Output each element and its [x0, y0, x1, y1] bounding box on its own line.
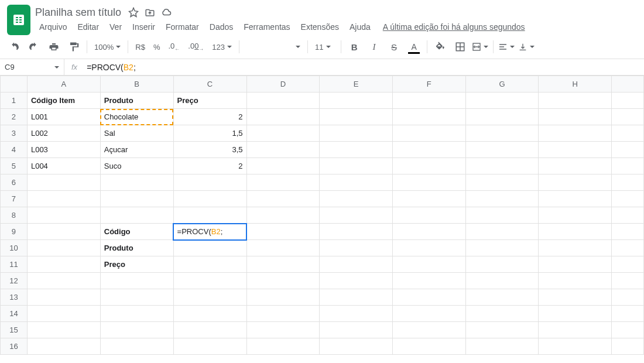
decrease-decimal-button[interactable]: .0← — [166, 42, 182, 52]
cell-D3[interactable] — [246, 125, 320, 142]
cell-I8[interactable] — [612, 207, 644, 224]
cell-F14[interactable] — [392, 306, 465, 322]
move-icon[interactable] — [145, 7, 155, 18]
cell-E16[interactable] — [320, 338, 393, 355]
cell-C3[interactable]: 1,5 — [173, 125, 246, 142]
cell-B5[interactable]: Suco — [100, 158, 173, 174]
cell-A16[interactable] — [27, 338, 100, 355]
cell-C13[interactable] — [173, 289, 246, 306]
cell-D13[interactable] — [246, 289, 320, 306]
cell-C6[interactable] — [173, 174, 246, 191]
cell-F12[interactable] — [392, 273, 465, 289]
redo-button[interactable] — [26, 39, 42, 55]
cell-F8[interactable] — [392, 207, 465, 224]
cell-A10[interactable] — [27, 240, 100, 256]
last-edit-link[interactable]: A última edição foi há alguns segundos — [383, 22, 525, 32]
cell-H15[interactable] — [539, 322, 612, 338]
cell-C8[interactable] — [173, 207, 246, 224]
currency-button[interactable]: R$ — [133, 43, 148, 52]
cell-H5[interactable] — [539, 158, 612, 174]
menu-inserir[interactable]: Inserir — [128, 20, 159, 34]
cell-I11[interactable] — [612, 256, 644, 273]
menu-ajuda[interactable]: Ajuda — [345, 20, 375, 34]
cell-C16[interactable] — [173, 338, 246, 355]
column-header[interactable]: B — [100, 76, 173, 93]
cell-A12[interactable] — [27, 273, 100, 289]
cell-H4[interactable] — [539, 142, 612, 158]
menu-arquivo[interactable]: Arquivo — [35, 20, 71, 34]
cell-E15[interactable] — [320, 322, 393, 338]
name-box[interactable]: C9 — [0, 59, 64, 75]
cell-A1[interactable]: Código Item — [27, 93, 100, 109]
paint-format-button[interactable] — [66, 39, 82, 55]
cell-B7[interactable] — [100, 191, 173, 207]
cell-G9[interactable] — [465, 224, 539, 240]
cell-A9[interactable] — [27, 224, 100, 240]
cell-F10[interactable] — [392, 240, 465, 256]
menu-formatar[interactable]: Formatar — [162, 20, 203, 34]
cell-G12[interactable] — [465, 273, 539, 289]
cell-B6[interactable] — [100, 174, 173, 191]
cell-C12[interactable] — [173, 273, 246, 289]
cell-I4[interactable] — [612, 142, 644, 158]
cell-B16[interactable] — [100, 338, 173, 355]
cell-H8[interactable] — [539, 207, 612, 224]
cell-G14[interactable] — [465, 306, 539, 322]
cell-B8[interactable] — [100, 207, 173, 224]
cell-B4[interactable]: Açucar — [100, 142, 173, 158]
row-header[interactable]: 14 — [1, 306, 28, 322]
cell-B9[interactable]: Código — [100, 224, 173, 240]
cell-F15[interactable] — [392, 322, 465, 338]
cell-H2[interactable] — [539, 109, 612, 125]
cell-A4[interactable]: L003 — [27, 142, 100, 158]
cell-I9[interactable] — [612, 224, 644, 240]
cell-F4[interactable] — [392, 142, 465, 158]
cell-F7[interactable] — [392, 191, 465, 207]
row-header[interactable]: 15 — [1, 322, 28, 338]
cell-F1[interactable] — [392, 93, 465, 109]
cell-H13[interactable] — [539, 289, 612, 306]
row-header[interactable]: 6 — [1, 174, 28, 191]
cell-D11[interactable] — [246, 256, 320, 273]
cell-D7[interactable] — [246, 191, 320, 207]
cell-A14[interactable] — [27, 306, 100, 322]
cell-D4[interactable] — [246, 142, 320, 158]
cell-E9[interactable] — [320, 224, 393, 240]
cell-D16[interactable] — [246, 338, 320, 355]
row-header[interactable]: 11 — [1, 256, 28, 273]
cell-G4[interactable] — [465, 142, 539, 158]
cell-D9[interactable] — [246, 224, 320, 240]
cell-H12[interactable] — [539, 273, 612, 289]
menu-dados[interactable]: Dados — [205, 20, 237, 34]
cell-C10[interactable] — [173, 240, 246, 256]
cell-I7[interactable] — [612, 191, 644, 207]
cell-A13[interactable] — [27, 289, 100, 306]
column-header[interactable] — [612, 76, 644, 93]
cell-H7[interactable] — [539, 191, 612, 207]
cell-H9[interactable] — [539, 224, 612, 240]
cell-E3[interactable] — [320, 125, 393, 142]
cell-I15[interactable] — [612, 322, 644, 338]
cell-E5[interactable] — [320, 158, 393, 174]
cell-F3[interactable] — [392, 125, 465, 142]
menu-extensoes[interactable]: Extensões — [297, 20, 343, 34]
cell-E13[interactable] — [320, 289, 393, 306]
borders-button[interactable] — [452, 39, 468, 55]
cell-I12[interactable] — [612, 273, 644, 289]
cell-B11[interactable]: Preço — [100, 256, 173, 273]
cell-G3[interactable] — [465, 125, 539, 142]
cell-A3[interactable]: L002 — [27, 125, 100, 142]
cell-D15[interactable] — [246, 322, 320, 338]
menu-ver[interactable]: Ver — [105, 20, 126, 34]
cell-F13[interactable] — [392, 289, 465, 306]
strikethrough-button[interactable]: S — [386, 39, 402, 55]
zoom-dropdown[interactable]: 100% — [92, 43, 123, 52]
cell-A7[interactable] — [27, 191, 100, 207]
column-header[interactable]: D — [246, 76, 320, 93]
cell-B2[interactable]: Chocolate — [100, 109, 173, 125]
cell-G15[interactable] — [465, 322, 539, 338]
cell-H10[interactable] — [539, 240, 612, 256]
row-header[interactable]: 8 — [1, 207, 28, 224]
row-header[interactable]: 10 — [1, 240, 28, 256]
cell-D5[interactable] — [246, 158, 320, 174]
